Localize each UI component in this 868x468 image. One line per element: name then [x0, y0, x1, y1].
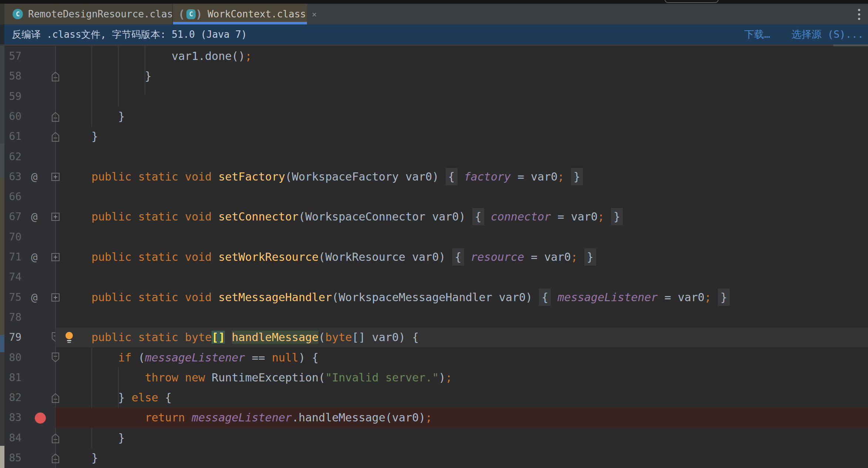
code-line-60: 60 } [4, 107, 868, 127]
token-plain: (WorkspaceMessageHandler var0) [332, 291, 539, 304]
code-text[interactable]: } else { [55, 388, 868, 408]
code-text[interactable]: var1.done(); [55, 46, 868, 66]
annotation-at-icon: @ [31, 287, 37, 307]
kebab-menu-icon[interactable] [854, 9, 864, 20]
token-field: resource [471, 250, 524, 263]
tab-label: RemoteDesignResource.class [28, 9, 179, 20]
code-text[interactable]: throw new RuntimeException("Invalid serv… [55, 368, 868, 388]
code-text[interactable] [55, 267, 868, 287]
gutter-cell[interactable]: 74 [4, 267, 55, 287]
gutter-cell[interactable]: 62 [4, 147, 55, 167]
token-fold: { [452, 248, 464, 266]
tab-remote-design-resource[interactable]: C RemoteDesignResource.class ✕ [4, 4, 173, 24]
gutter-cell[interactable]: 83 [4, 408, 55, 428]
gutter-cell[interactable]: 85 [4, 448, 55, 468]
code-line-74: 74 [4, 267, 868, 287]
line-number: 84 [4, 428, 21, 448]
editor[interactable]: 57 var1.done();58 }5960 }61 }6263@ publi… [4, 46, 868, 468]
code-text[interactable]: } [55, 66, 868, 86]
code-text[interactable]: public static void setConnector(Workspac… [55, 207, 868, 227]
tab-work-context[interactable]: ( C ) WorkContext.class ✕ [173, 4, 307, 24]
token-plain: == [245, 351, 272, 364]
token-plain: (WorkResource var0) [318, 250, 452, 263]
code-text[interactable]: public static void setFactory(WorkspaceF… [55, 167, 868, 187]
code-text[interactable]: } [55, 107, 868, 127]
token-plain: = var0 [551, 210, 597, 223]
token-plain: } [65, 110, 125, 123]
download-link[interactable]: 下载… [744, 28, 770, 41]
code-text[interactable] [55, 147, 868, 167]
gutter-cell[interactable]: 60 [4, 107, 55, 127]
token-decl: setMessageHandler [218, 291, 332, 304]
code-text[interactable]: public static void setWorkResource(WorkR… [55, 247, 868, 267]
token-plain: ) { [298, 351, 318, 364]
token-fold: } [571, 168, 583, 185]
code-line-83: 83 return messageListener.handleMessage(… [4, 408, 868, 428]
gutter-cell[interactable]: 67@ [4, 207, 55, 227]
line-number: 79 [4, 327, 21, 347]
gutter-cell[interactable]: 79 [4, 327, 55, 347]
token-plain: var1.done() [65, 50, 245, 63]
gutter-cell[interactable]: 61 [4, 127, 55, 147]
annotation-at-icon: @ [31, 207, 37, 227]
decompiled-paren-left: ( [178, 8, 185, 21]
token-decl: setFactory [218, 170, 285, 183]
line-number: 63 [4, 167, 21, 187]
token-kw: public static void [91, 291, 218, 304]
gutter-cell[interactable]: 84 [4, 428, 55, 448]
token-plain [225, 331, 232, 344]
code-text[interactable]: if (messageListener == null) { [55, 348, 868, 368]
token-field: messageListener [145, 351, 245, 364]
code-line-82: 82 } else { [4, 388, 868, 408]
token-semi: ; [425, 411, 432, 424]
gutter-cell[interactable]: 78 [4, 307, 55, 327]
token-plain: ( [132, 351, 145, 364]
code-line-81: 81 throw new RuntimeException("Invalid s… [4, 368, 868, 388]
token-plain [604, 210, 611, 223]
gutter-cell[interactable]: 57 [4, 46, 55, 66]
line-number: 85 [4, 448, 21, 468]
class-icon: C [13, 9, 23, 19]
code-line-57: 57 var1.done(); [4, 46, 868, 66]
line-number: 78 [4, 307, 21, 327]
code-text[interactable]: } [55, 448, 868, 468]
code-text[interactable] [55, 307, 868, 327]
line-number: 66 [4, 187, 21, 207]
token-plain: ) [439, 371, 445, 384]
code-text[interactable] [55, 87, 868, 107]
gutter-cell[interactable]: 59 [4, 87, 55, 107]
token-plain [65, 250, 91, 263]
close-icon[interactable]: ✕ [312, 10, 317, 19]
token-plain [65, 371, 145, 384]
code-text[interactable]: public static byte[] handleMessage(byte[… [55, 327, 868, 347]
gutter-cell[interactable]: 70 [4, 227, 55, 247]
choose-sources-link[interactable]: 选择源 (S)... [791, 28, 864, 41]
line-number: 71 [4, 247, 21, 267]
gutter-cell[interactable]: 63@ [4, 167, 55, 187]
code-text[interactable]: } [55, 428, 868, 448]
gutter-cell[interactable]: 75@ [4, 287, 55, 307]
active-tab-underline [173, 22, 307, 24]
banner-separator [0, 44, 868, 46]
code-line-80: 80 if (messageListener == null) { [4, 348, 868, 368]
code-text[interactable]: public static void setMessageHandler(Wor… [55, 287, 868, 307]
code-text[interactable] [55, 187, 868, 207]
token-field: factory [464, 170, 511, 183]
token-plain: } [65, 130, 98, 143]
annotation-at-icon: @ [31, 167, 37, 187]
gutter-cell[interactable]: 82 [4, 388, 55, 408]
code-text[interactable] [55, 227, 868, 247]
token-plain [551, 291, 557, 304]
code-line-79: 79 public static byte[] handleMessage(by… [4, 327, 868, 347]
breakpoint-icon[interactable] [35, 413, 46, 424]
code-text[interactable]: } [55, 127, 868, 147]
gutter-cell[interactable]: 66 [4, 187, 55, 207]
token-fold: } [584, 248, 596, 266]
code-text[interactable]: return messageListener.handleMessage(var… [55, 408, 868, 428]
gutter-cell[interactable]: 80 [4, 348, 55, 368]
code-line-84: 84 } [4, 428, 868, 448]
gutter-cell[interactable]: 58 [4, 66, 55, 86]
gutter-cell[interactable]: 71@ [4, 247, 55, 267]
line-number: 80 [4, 348, 21, 368]
gutter-cell[interactable]: 81 [4, 368, 55, 388]
